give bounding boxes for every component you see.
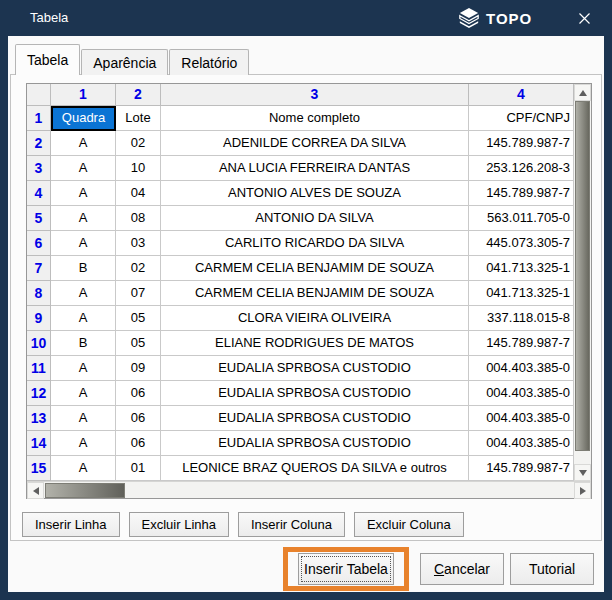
cell-nome[interactable]: ANA LUCIA FERREIRA DANTAS bbox=[161, 156, 469, 181]
cell-cpf[interactable]: 004.403.385-0 bbox=[469, 381, 574, 406]
cell-nome[interactable]: EUDALIA SPRBOSA CUSTODIO bbox=[161, 431, 469, 456]
cell-cpf[interactable]: 145.789.987-7 bbox=[469, 131, 574, 156]
cell-quadra[interactable]: A bbox=[51, 431, 116, 456]
column-header-2[interactable]: 2 bbox=[116, 84, 161, 106]
row-header[interactable]: 10 bbox=[27, 331, 51, 356]
cell-lote[interactable]: 05 bbox=[116, 306, 161, 331]
cell-cpf[interactable]: 004.403.385-0 bbox=[469, 431, 574, 456]
row-header[interactable]: 15 bbox=[27, 456, 51, 481]
cell-quadra[interactable]: B bbox=[51, 256, 116, 281]
close-button[interactable] bbox=[574, 0, 594, 36]
cell-nome[interactable]: EUDALIA SPRBOSA CUSTODIO bbox=[161, 381, 469, 406]
cell-quadra[interactable]: A bbox=[51, 381, 116, 406]
row-header[interactable]: 9 bbox=[27, 306, 51, 331]
cancelar-button[interactable]: Cancelar bbox=[420, 553, 504, 585]
tutorial-button[interactable]: Tutorial bbox=[510, 553, 594, 585]
cell-cpf[interactable]: 145.789.987-7 bbox=[469, 181, 574, 206]
cell-lote[interactable]: 08 bbox=[116, 206, 161, 231]
row-header[interactable]: 7 bbox=[27, 256, 51, 281]
horizontal-scroll-track[interactable] bbox=[44, 482, 574, 499]
column-header-1[interactable]: 1 bbox=[51, 84, 116, 106]
scroll-up-button[interactable] bbox=[574, 84, 591, 101]
cell-quadra[interactable]: A bbox=[51, 281, 116, 306]
tab-tabela[interactable]: Tabela bbox=[15, 44, 80, 75]
cell-nome[interactable]: ELIANE RODRIGUES DE MATOS bbox=[161, 331, 469, 356]
excluir-linha-button[interactable]: Excluir Linha bbox=[129, 512, 229, 537]
cell-nome[interactable]: ANTONIO ALVES DE SOUZA bbox=[161, 181, 469, 206]
cell-cpf[interactable]: CPF/CNPJ bbox=[469, 106, 574, 131]
inserir-linha-button[interactable]: Inserir Linha bbox=[22, 512, 120, 537]
row-header[interactable]: 12 bbox=[27, 381, 51, 406]
scroll-left-button[interactable] bbox=[27, 482, 44, 499]
row-header[interactable]: 6 bbox=[27, 231, 51, 256]
cell-lote[interactable]: Lote bbox=[116, 106, 161, 131]
cell-nome[interactable]: ADENILDE CORREA DA SILVA bbox=[161, 131, 469, 156]
cell-lote[interactable]: 09 bbox=[116, 356, 161, 381]
cell-cpf[interactable]: 004.403.385-0 bbox=[469, 406, 574, 431]
horizontal-scroll-thumb[interactable] bbox=[45, 483, 125, 498]
cell-cpf[interactable]: 041.713.325-1 bbox=[469, 281, 574, 306]
cell-nome[interactable]: EUDALIA SPRBOSA CUSTODIO bbox=[161, 406, 469, 431]
cell-lote[interactable]: 01 bbox=[116, 456, 161, 481]
cell-cpf[interactable]: 563.011.705-0 bbox=[469, 206, 574, 231]
row-header[interactable]: 2 bbox=[27, 131, 51, 156]
cell-lote[interactable]: 10 bbox=[116, 156, 161, 181]
cell-lote[interactable]: 07 bbox=[116, 281, 161, 306]
cell-lote[interactable]: 06 bbox=[116, 406, 161, 431]
row-header[interactable]: 14 bbox=[27, 431, 51, 456]
cell-nome[interactable]: ANTONIO DA SILVA bbox=[161, 206, 469, 231]
cell-quadra[interactable]: A bbox=[51, 131, 116, 156]
cell-cpf[interactable]: 445.073.305-7 bbox=[469, 231, 574, 256]
cell-quadra[interactable]: A bbox=[51, 206, 116, 231]
row-header[interactable]: 5 bbox=[27, 206, 51, 231]
excluir-coluna-button[interactable]: Excluir Coluna bbox=[354, 512, 464, 537]
row-header[interactable]: 11 bbox=[27, 356, 51, 381]
cell-quadra[interactable]: A bbox=[51, 406, 116, 431]
scroll-down-button[interactable] bbox=[574, 464, 591, 481]
cell-lote[interactable]: 02 bbox=[116, 256, 161, 281]
cell-cpf[interactable]: 145.789.987-7 bbox=[469, 456, 574, 481]
column-header-4[interactable]: 4 bbox=[469, 84, 574, 106]
horizontal-scrollbar[interactable] bbox=[27, 481, 591, 498]
row-header[interactable]: 3 bbox=[27, 156, 51, 181]
cell-cpf[interactable]: 041.713.325-1 bbox=[469, 256, 574, 281]
vertical-scroll-track[interactable] bbox=[574, 101, 591, 464]
cell-nome[interactable]: CARMEM CELIA BENJAMIM DE SOUZA bbox=[161, 281, 469, 306]
row-header[interactable]: 1 bbox=[27, 106, 51, 131]
cell-quadra[interactable]: B bbox=[51, 331, 116, 356]
cell-nome[interactable]: LEONICE BRAZ QUEROS DA SILVA e outros bbox=[161, 456, 469, 481]
cell-nome[interactable]: CARLITO RICARDO DA SILVA bbox=[161, 231, 469, 256]
cell-cpf[interactable]: 337.118.015-8 bbox=[469, 306, 574, 331]
cell-cpf[interactable]: 004.403.385-0 bbox=[469, 356, 574, 381]
cell-cpf[interactable]: 253.126.208-3 bbox=[469, 156, 574, 181]
corner-cell[interactable] bbox=[27, 84, 51, 106]
cell-nome[interactable]: Nome completo bbox=[161, 106, 469, 131]
cell-lote[interactable]: 02 bbox=[116, 131, 161, 156]
inserir-tabela-button[interactable]: Inserir Tabela bbox=[298, 553, 394, 585]
cell-nome[interactable]: EUDALIA SPRBOSA CUSTODIO bbox=[161, 356, 469, 381]
cell-quadra[interactable]: A bbox=[51, 181, 116, 206]
cell-quadra[interactable]: A bbox=[51, 156, 116, 181]
cell-quadra[interactable]: A bbox=[51, 456, 116, 481]
row-header[interactable]: 13 bbox=[27, 406, 51, 431]
row-header[interactable]: 8 bbox=[27, 281, 51, 306]
cell-quadra[interactable]: A bbox=[51, 356, 116, 381]
column-header-3[interactable]: 3 bbox=[161, 84, 469, 106]
cell-cpf[interactable]: 145.789.987-7 bbox=[469, 331, 574, 356]
scroll-right-button[interactable] bbox=[574, 482, 591, 499]
row-header[interactable]: 4 bbox=[27, 181, 51, 206]
vertical-scroll-thumb[interactable] bbox=[575, 101, 590, 451]
cell-quadra[interactable]: A bbox=[51, 231, 116, 256]
cell-lote[interactable]: 03 bbox=[116, 231, 161, 256]
cell-lote[interactable]: 06 bbox=[116, 381, 161, 406]
cell-lote[interactable]: 05 bbox=[116, 331, 161, 356]
tab-aparencia[interactable]: Aparência bbox=[81, 49, 168, 75]
cell-quadra[interactable]: A bbox=[51, 306, 116, 331]
cell-nome[interactable]: CLORA VIEIRA OLIVEIRA bbox=[161, 306, 469, 331]
inserir-coluna-button[interactable]: Inserir Coluna bbox=[238, 512, 345, 537]
cell-quadra[interactable]: Quadra bbox=[51, 106, 116, 131]
vertical-scrollbar[interactable] bbox=[574, 84, 591, 481]
tab-relatorio[interactable]: Relatório bbox=[169, 49, 249, 75]
cell-lote[interactable]: 04 bbox=[116, 181, 161, 206]
cell-nome[interactable]: CARMEM CELIA BENJAMIM DE SOUZA bbox=[161, 256, 469, 281]
